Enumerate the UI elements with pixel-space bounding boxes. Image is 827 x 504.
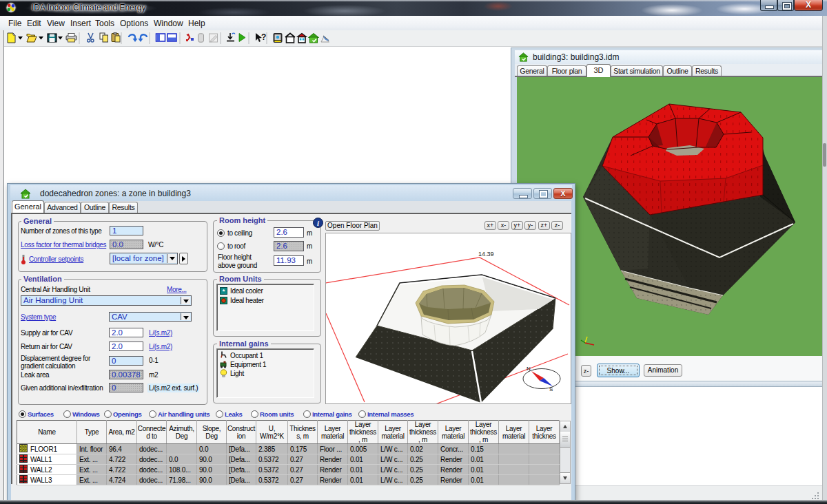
svg-text:?: ?: [261, 32, 266, 42]
svg-text:S: S: [549, 386, 553, 392]
svg-text:*: *: [223, 288, 225, 295]
svg-text:N: N: [527, 366, 531, 372]
svg-text:14.39: 14.39: [478, 251, 494, 258]
